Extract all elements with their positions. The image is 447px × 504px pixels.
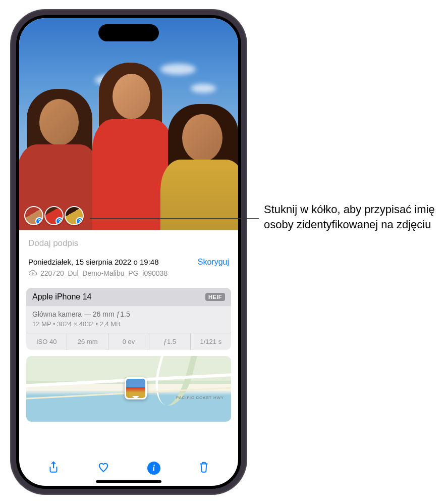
- icloud-icon: [28, 269, 37, 278]
- format-badge: HEIF: [205, 293, 225, 301]
- bottom-toolbar: i: [19, 457, 238, 476]
- lens-info: Główna kamera — 26 mm ƒ1.5: [26, 306, 231, 319]
- unknown-person-badge: ?: [76, 217, 84, 225]
- image-specs: 12 MP • 3024 × 4032 • 2,4 MB: [26, 319, 231, 333]
- info-button-active[interactable]: i: [147, 462, 160, 475]
- info-icon: i: [153, 464, 155, 473]
- road-label: PACIFIC COAST HWY: [176, 395, 224, 400]
- share-icon: [47, 461, 60, 474]
- phone-bezel: ? ? ? Dodaj podpis Poniedziałek, 15 sier…: [16, 15, 241, 489]
- callout-text: Stuknij w kółko, aby przypisać imię osob…: [264, 202, 443, 232]
- face-thumbnail[interactable]: ?: [65, 206, 84, 225]
- trash-icon: [197, 461, 210, 474]
- face-thumbnail[interactable]: ?: [44, 206, 64, 225]
- detected-faces-row: ? ? ?: [24, 206, 84, 225]
- photo-location-pin[interactable]: [125, 377, 147, 399]
- exif-ev: 0 ev: [108, 333, 149, 350]
- photo-date: Poniedziałek, 15 sierpnia 2022 o 19:48: [28, 258, 159, 266]
- phone-frame: ? ? ? Dodaj podpis Poniedziałek, 15 sier…: [10, 9, 247, 495]
- unknown-person-badge: ?: [55, 217, 64, 225]
- dynamic-island: [98, 24, 159, 41]
- camera-info-card: Apple iPhone 14 HEIF Główna kamera — 26 …: [26, 288, 231, 350]
- filename-label: 220720_Dul_Demo-Malibu_PG_i090038: [40, 269, 167, 277]
- favorite-button[interactable]: [97, 461, 110, 476]
- unknown-person-badge: ?: [35, 217, 43, 225]
- device-name: Apple iPhone 14: [32, 292, 91, 301]
- photo-subject: [158, 84, 238, 230]
- location-map[interactable]: PACIFIC COAST HWY: [26, 356, 231, 422]
- caption-placeholder: Dodaj podpis: [28, 238, 78, 248]
- photo-metadata: Poniedziałek, 15 sierpnia 2022 o 19:48 S…: [19, 256, 238, 283]
- adjust-date-button[interactable]: Skoryguj: [198, 258, 229, 267]
- screen: ? ? ? Dodaj podpis Poniedziałek, 15 sier…: [19, 18, 238, 486]
- home-indicator[interactable]: [96, 480, 161, 483]
- exif-aperture: ƒ1.5: [149, 333, 190, 350]
- delete-button[interactable]: [197, 461, 210, 476]
- exif-iso: ISO 40: [26, 333, 67, 350]
- face-thumbnail[interactable]: ?: [24, 206, 43, 225]
- exif-row: ISO 40 26 mm 0 ev ƒ1.5 1/121 s: [26, 333, 231, 350]
- share-button[interactable]: [47, 461, 60, 476]
- callout-leader-line: [90, 218, 259, 219]
- exif-shutter: 1/121 s: [191, 333, 231, 350]
- caption-field[interactable]: Dodaj podpis: [19, 230, 238, 256]
- heart-icon: [97, 461, 110, 474]
- photo-viewer[interactable]: ? ? ?: [19, 18, 238, 230]
- exif-focal: 26 mm: [67, 333, 108, 350]
